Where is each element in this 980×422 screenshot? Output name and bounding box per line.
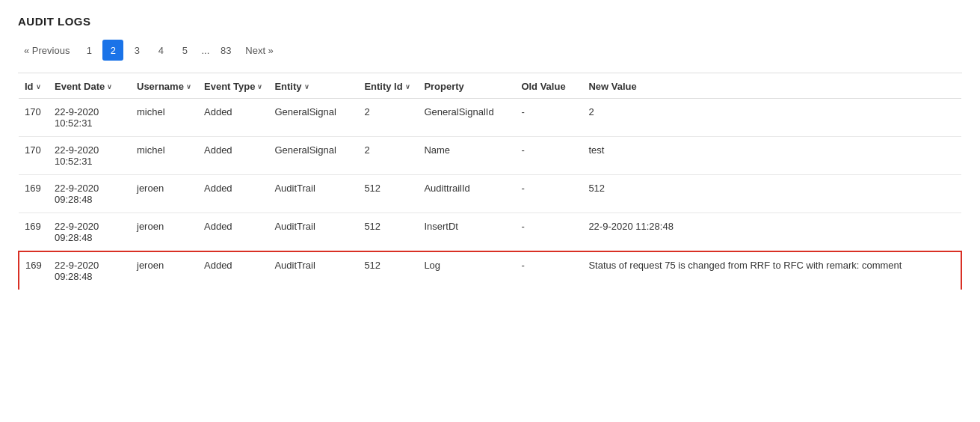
col-header-property: Property bbox=[418, 73, 515, 99]
cell-new-value: 512 bbox=[582, 175, 961, 213]
cell-event-date: 22-9-202009:28:48 bbox=[49, 175, 131, 213]
cell-entity-id: 2 bbox=[358, 137, 418, 175]
pagination: « Previous 1 2 3 4 5 ... 83 Next » bbox=[18, 40, 962, 61]
cell-id: 169 bbox=[19, 175, 49, 213]
table-row: 17022-9-202010:52:31michelAddedGeneralSi… bbox=[19, 99, 961, 137]
page-2-button[interactable]: 2 bbox=[102, 40, 123, 61]
cell-old-value: - bbox=[515, 99, 582, 137]
pagination-ellipsis: ... bbox=[198, 42, 212, 59]
cell-entity-id: 512 bbox=[358, 251, 418, 290]
cell-username: jeroen bbox=[131, 251, 198, 290]
cell-new-value: 22-9-2020 11:28:48 bbox=[582, 213, 961, 252]
cell-event-type: Added bbox=[198, 251, 268, 290]
cell-old-value: - bbox=[515, 213, 582, 252]
cell-entity: GeneralSignal bbox=[268, 99, 358, 137]
table-row: 17022-9-202010:52:31michelAddedGeneralSi… bbox=[19, 137, 961, 175]
cell-entity: AuditTrail bbox=[268, 213, 358, 252]
col-header-event-type[interactable]: Event Type ∨ bbox=[198, 73, 268, 99]
col-header-entity[interactable]: Entity ∨ bbox=[268, 73, 358, 99]
col-header-username[interactable]: Username ∨ bbox=[131, 73, 198, 99]
cell-new-value: Status of request 75 is changed from RRF… bbox=[582, 251, 961, 290]
cell-old-value: - bbox=[515, 251, 582, 290]
cell-event-date: 22-9-202010:52:31 bbox=[49, 99, 131, 137]
cell-username: michel bbox=[131, 99, 198, 137]
cell-event-date: 22-9-202009:28:48 bbox=[49, 213, 131, 252]
username-sort-icon: ∨ bbox=[186, 83, 191, 91]
cell-event-type: Added bbox=[198, 175, 268, 213]
col-header-event-date[interactable]: Event Date ∨ bbox=[49, 73, 131, 99]
table-row: 16922-9-202009:28:48jeroenAddedAuditTrai… bbox=[19, 175, 961, 213]
page-title: AUDIT LOGS bbox=[18, 15, 962, 28]
cell-username: jeroen bbox=[131, 175, 198, 213]
audit-logs-table: Id ∨ Event Date ∨ Username ∨ Event Type bbox=[18, 73, 962, 290]
cell-old-value: - bbox=[515, 137, 582, 175]
cell-entity-id: 512 bbox=[358, 175, 418, 213]
cell-new-value: test bbox=[582, 137, 961, 175]
page-5-button[interactable]: 5 bbox=[174, 40, 195, 61]
id-sort-icon: ∨ bbox=[36, 83, 41, 91]
page-4-button[interactable]: 4 bbox=[150, 40, 171, 61]
cell-new-value: 2 bbox=[582, 99, 961, 137]
cell-entity: GeneralSignal bbox=[268, 137, 358, 175]
cell-event-type: Added bbox=[198, 137, 268, 175]
prev-button[interactable]: « Previous bbox=[18, 42, 75, 59]
cell-entity-id: 2 bbox=[358, 99, 418, 137]
cell-property: GeneralSignalId bbox=[418, 99, 515, 137]
next-button[interactable]: Next » bbox=[239, 42, 280, 59]
cell-entity: AuditTrail bbox=[268, 251, 358, 290]
entity-id-sort-icon: ∨ bbox=[405, 83, 410, 91]
cell-property: AudittrailId bbox=[418, 175, 515, 213]
cell-id: 170 bbox=[19, 137, 49, 175]
cell-event-date: 22-9-202010:52:31 bbox=[49, 137, 131, 175]
cell-username: michel bbox=[131, 137, 198, 175]
cell-id: 169 bbox=[19, 213, 49, 252]
cell-old-value: - bbox=[515, 175, 582, 213]
page-1-button[interactable]: 1 bbox=[78, 40, 99, 61]
page-3-button[interactable]: 3 bbox=[126, 40, 147, 61]
cell-event-date: 22-9-202009:28:48 bbox=[49, 251, 131, 290]
cell-id: 170 bbox=[19, 99, 49, 137]
cell-entity-id: 512 bbox=[358, 213, 418, 252]
cell-event-type: Added bbox=[198, 213, 268, 252]
cell-username: jeroen bbox=[131, 213, 198, 252]
event-date-sort-icon: ∨ bbox=[107, 83, 112, 91]
entity-sort-icon: ∨ bbox=[304, 83, 309, 91]
col-header-entity-id[interactable]: Entity Id ∨ bbox=[358, 73, 418, 99]
col-header-new-value: New Value bbox=[582, 73, 961, 99]
event-type-sort-icon: ∨ bbox=[257, 83, 262, 91]
col-header-id[interactable]: Id ∨ bbox=[19, 73, 49, 99]
cell-property: Log bbox=[418, 251, 515, 290]
table-row: 16922-9-202009:28:48jeroenAddedAuditTrai… bbox=[19, 213, 961, 252]
col-header-old-value: Old Value bbox=[515, 73, 582, 99]
table-row: 16922-9-202009:28:48jeroenAddedAuditTrai… bbox=[19, 251, 961, 290]
cell-property: InsertDt bbox=[418, 213, 515, 252]
page-83-button[interactable]: 83 bbox=[215, 40, 236, 61]
cell-entity: AuditTrail bbox=[268, 175, 358, 213]
cell-property: Name bbox=[418, 137, 515, 175]
cell-id: 169 bbox=[19, 251, 49, 290]
cell-event-type: Added bbox=[198, 99, 268, 137]
